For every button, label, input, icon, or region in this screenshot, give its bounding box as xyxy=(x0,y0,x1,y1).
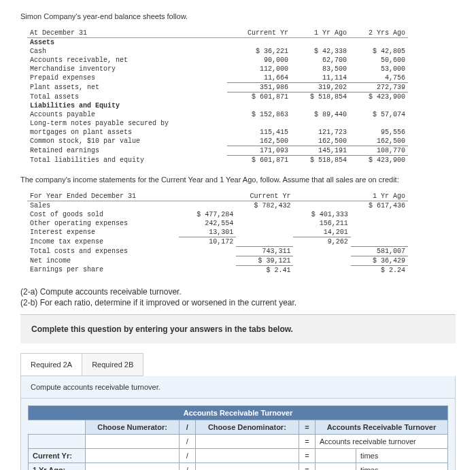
cur-result-input[interactable] xyxy=(315,448,356,463)
is-tce: Total costs and expenses xyxy=(27,246,179,256)
bs-row: Prepaid expenses xyxy=(27,73,227,83)
bs-head-2yr: 2 Yrs Ago xyxy=(350,29,408,38)
yr1-result-input[interactable] xyxy=(315,463,356,470)
is-head-label: For Year Ended December 31 xyxy=(27,192,179,201)
th-result: Accounts Receivable Turnover xyxy=(315,420,447,434)
yr1-unit: times xyxy=(356,463,447,470)
is-head-1yr: 1 Yr Ago xyxy=(293,192,408,201)
th-op-eq: = xyxy=(299,420,315,434)
tab-required-2a[interactable]: Required 2A xyxy=(21,354,82,375)
is-eps: Earnings per share xyxy=(27,265,179,275)
question-2b: (2-b) For each ratio, determine if it im… xyxy=(20,298,456,307)
th-op-div: / xyxy=(179,420,195,434)
instructions-bar: Complete this question by entering your … xyxy=(20,314,456,343)
intro-text-1: Simon Company's year-end balance sheets … xyxy=(20,12,456,20)
bs-row: Plant assets, net xyxy=(27,83,227,93)
cur-unit: times xyxy=(356,448,447,463)
yr1-num-input[interactable] xyxy=(86,463,180,470)
question-2a: (2-a) Compute accounts receivable turnov… xyxy=(20,287,456,297)
is-net-income: Net income xyxy=(27,256,179,265)
is-sales: Sales xyxy=(27,201,179,211)
intro-text-2: The company's income statements for the … xyxy=(20,175,456,184)
is-row: Income tax expense xyxy=(27,237,179,247)
bs-row: Merchandise inventory xyxy=(27,65,227,73)
bs-row: Retained earnings xyxy=(27,146,227,156)
is-row: Interest expense xyxy=(27,228,179,237)
bs-row: Accounts receivable, net xyxy=(27,56,227,65)
cur-num-input[interactable] xyxy=(86,448,180,463)
numerator-select[interactable] xyxy=(86,434,180,448)
bs-total-liab-eq: Total liabilities and equity xyxy=(27,156,227,165)
bs-head-1yr: 1 Yr Ago xyxy=(291,29,350,38)
row-current-yr: Current Yr: xyxy=(29,448,86,463)
th-numerator: Choose Numerator: xyxy=(86,420,180,434)
yr1-den-input[interactable] xyxy=(195,463,299,470)
balance-sheet-table: At December 31 Current Yr 1 Yr Ago 2 Yrs… xyxy=(27,29,408,165)
row-1yr-ago: 1 Yr Ago: xyxy=(29,463,86,470)
tab-required-2b[interactable]: Required 2B xyxy=(82,354,143,375)
is-head-cur: Current Yr xyxy=(179,192,294,201)
turnover-title: Accounts Receivable Turnover xyxy=(29,405,448,420)
bs-head-cur: Current Yr xyxy=(227,29,291,38)
denominator-select[interactable] xyxy=(195,434,299,448)
is-row: Other operating expenses xyxy=(27,219,179,228)
tabs: Required 2A Required 2B xyxy=(20,353,143,376)
bs-head-label: At December 31 xyxy=(27,29,227,38)
bs-total-assets: Total assets xyxy=(27,93,227,102)
result-header-label: Accounts receivable turnover xyxy=(315,434,447,448)
th-denominator: Choose Denominator: xyxy=(195,420,299,434)
bs-assets-label: Assets xyxy=(27,38,227,48)
cur-den-input[interactable] xyxy=(195,448,299,463)
income-statement-table: For Year Ended December 31 Current Yr 1 … xyxy=(27,192,408,275)
bs-row: Accounts payable xyxy=(27,110,227,119)
bs-row: Cash xyxy=(27,47,227,56)
bs-liab-label: Liabilities and Equity xyxy=(27,101,227,110)
bs-row: mortgages on plant assets xyxy=(27,128,227,137)
is-row: Cost of goods sold xyxy=(27,210,179,219)
bs-row: Long-term notes payable secured by xyxy=(27,119,227,128)
bs-row: Common stock, $10 par value xyxy=(27,137,227,146)
tab-body-text: Compute accounts receivable turnover. xyxy=(20,376,456,399)
turnover-input-table: Accounts Receivable Turnover Choose Nume… xyxy=(28,405,448,471)
